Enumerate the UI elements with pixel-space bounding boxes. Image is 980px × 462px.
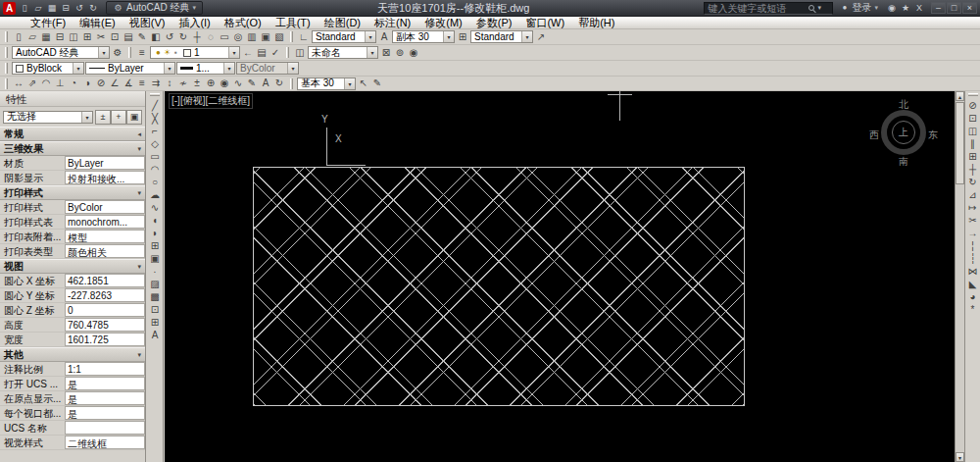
property-value[interactable]: ByLayer <box>65 156 145 170</box>
palette-title[interactable]: 特性 <box>0 91 145 107</box>
menu-item-7[interactable]: 绘图(D) <box>318 17 368 29</box>
view-combo[interactable]: 未命名 ▾ <box>308 46 378 59</box>
quick-select-icon[interactable]: + <box>111 110 126 125</box>
scrollbar-thumb[interactable] <box>956 102 964 184</box>
open-icon[interactable]: ▱ <box>31 2 45 15</box>
select-objects-icon[interactable]: ▣ <box>126 110 142 125</box>
close-icon[interactable]: × <box>962 2 977 14</box>
property-value[interactable]: 0 <box>65 303 145 317</box>
dim-ordinate-icon[interactable]: ⊥ <box>53 77 67 90</box>
zoom-realtime-icon[interactable]: ◌ <box>204 30 218 43</box>
redo-icon[interactable]: ↻ <box>176 30 190 43</box>
explode-icon[interactable]: * <box>966 303 980 316</box>
toolbar-grip[interactable] <box>128 47 131 58</box>
search-icon[interactable] <box>808 5 814 11</box>
multileader-icon[interactable]: ↖ <box>357 77 370 90</box>
color-combo[interactable]: ByBlock ▾ <box>12 62 84 75</box>
layer-on-icon[interactable]: ● <box>154 46 163 59</box>
property-value[interactable]: 760.4785 <box>65 318 145 332</box>
chevron-down-icon[interactable]: ▾ <box>228 47 239 58</box>
dim-baseline-icon[interactable]: ≡ <box>135 77 149 90</box>
zoom-extents-icon[interactable]: ⊠ <box>379 46 393 59</box>
make-block-icon[interactable]: ▣ <box>148 252 162 265</box>
zoom-previous-icon[interactable]: ◎ <box>231 30 245 43</box>
paste-icon[interactable]: ▤ <box>122 30 135 43</box>
menu-item-2[interactable]: 编辑(E) <box>73 17 122 29</box>
extend-icon[interactable]: → <box>966 227 980 239</box>
layer-properties-icon[interactable]: ≡ <box>135 46 149 59</box>
chevron-down-icon[interactable]: ▾ <box>98 47 109 58</box>
dim-style-combo[interactable]: Standard ▾ <box>312 30 376 43</box>
offset-icon[interactable]: ∥ <box>966 137 980 150</box>
toolbar-grip[interactable] <box>5 78 8 89</box>
section-collapse-icon[interactable]: ▾ <box>137 189 141 197</box>
save-icon[interactable]: ▦ <box>45 2 59 15</box>
compass-center[interactable]: 上 <box>892 121 915 144</box>
property-value[interactable]: 是 <box>65 377 145 390</box>
section-collapse-icon[interactable]: ▾ <box>137 263 141 271</box>
scroll-up-icon[interactable]: ▴ <box>956 91 964 101</box>
compass-west[interactable]: 西 <box>869 128 879 142</box>
chevron-down-icon[interactable]: ▾ <box>521 31 532 42</box>
property-value[interactable]: 是 <box>65 391 145 405</box>
chevron-down-icon[interactable]: ▾ <box>367 47 377 58</box>
make-current-icon[interactable]: ✓ <box>269 46 282 59</box>
redo-icon[interactable]: ↻ <box>86 2 100 15</box>
property-section-header-4[interactable]: 视图▾ <box>0 259 145 274</box>
drawing-canvas[interactable]: [-][俯视][二维线框] Y X 上 北 南 西 东 ▴ ▾ <box>165 91 964 462</box>
dim-jogged-icon[interactable]: ◑ <box>80 77 94 90</box>
section-collapse-icon[interactable]: ▾ <box>137 351 141 359</box>
construction-line-icon[interactable]: ╳ <box>148 112 162 125</box>
property-section-header-3[interactable]: 打印样式▾ <box>0 185 145 200</box>
quick-dim-icon[interactable]: ∡ <box>122 77 135 90</box>
dim-break-icon[interactable]: ≁ <box>176 77 190 90</box>
cut-icon[interactable]: ✂ <box>94 30 108 43</box>
property-value[interactable] <box>65 421 145 435</box>
communication-center-icon[interactable]: ◉ <box>885 2 899 15</box>
key-icon[interactable]: ● <box>840 2 849 15</box>
gradient-icon[interactable]: ▩ <box>148 290 162 303</box>
property-value[interactable]: 二维线框 <box>65 436 145 449</box>
property-value[interactable]: 1601.725 <box>65 333 145 346</box>
save-icon[interactable]: ▦ <box>39 30 53 43</box>
undo-icon[interactable]: ↺ <box>163 30 176 43</box>
workspace-switcher[interactable]: ⚙ AutoCAD 经典 ▾ <box>106 1 203 15</box>
chevron-down-icon[interactable]: ▾ <box>223 63 234 74</box>
text-style-combo[interactable]: 副本 30 ▾ <box>392 30 455 43</box>
chevron-down-icon[interactable]: ▾ <box>344 78 355 89</box>
dim-current-style-combo[interactable]: 基本 30 ▾ <box>297 77 356 90</box>
signin-button[interactable]: ● 登录 ▾ <box>835 1 883 15</box>
layer-state-icon[interactable]: ▤ <box>255 46 269 59</box>
drawing-rectangle-lattice[interactable] <box>253 167 745 406</box>
dim-jog-line-icon[interactable]: ∿ <box>231 77 245 90</box>
menu-item-10[interactable]: 参数(P) <box>469 17 519 29</box>
vertical-scrollbar[interactable]: ▴ ▾ <box>955 91 964 462</box>
lineweight-combo[interactable]: 1... ▾ <box>176 62 235 75</box>
named-views-icon[interactable]: ◫ <box>293 46 307 59</box>
menu-item-3[interactable]: 视图(V) <box>122 17 172 29</box>
layer-lock-icon[interactable]: ▪ <box>172 46 180 59</box>
compass-north[interactable]: 北 <box>868 98 939 112</box>
dim-style-icon[interactable]: ∟ <box>297 30 311 43</box>
menu-item-4[interactable]: 插入(I) <box>172 17 217 29</box>
tool-palettes-icon[interactable]: ▧ <box>272 30 286 43</box>
toolbar-grip[interactable] <box>290 31 293 42</box>
dim-aligned-icon[interactable]: ⇗ <box>25 77 39 90</box>
property-value[interactable]: 462.1851 <box>65 274 145 287</box>
dim-continue-icon[interactable]: ⇉ <box>149 77 163 90</box>
tolerance-icon[interactable]: ± <box>190 77 204 90</box>
dim-update-icon[interactable]: ↻ <box>272 77 286 90</box>
compass-east[interactable]: 东 <box>928 128 938 142</box>
maximize-icon[interactable]: □ <box>947 2 961 14</box>
menu-item-1[interactable]: 文件(F) <box>24 17 73 29</box>
property-value[interactable]: monochrom... <box>65 215 145 229</box>
minimize-icon[interactable]: – <box>931 2 946 14</box>
menu-item-9[interactable]: 修改(M) <box>417 17 469 29</box>
chevron-down-icon[interactable]: ▾ <box>81 112 92 123</box>
chamfer-icon[interactable]: ◣ <box>966 278 980 290</box>
break-icon[interactable]: ┆ <box>966 252 980 265</box>
move-icon[interactable]: ┼ <box>966 163 980 176</box>
property-value[interactable]: 颜色相关 <box>65 244 145 258</box>
workspace-combo[interactable]: AutoCAD 经典 ▾ <box>12 46 110 59</box>
chevron-down-icon[interactable]: ▾ <box>164 63 174 74</box>
